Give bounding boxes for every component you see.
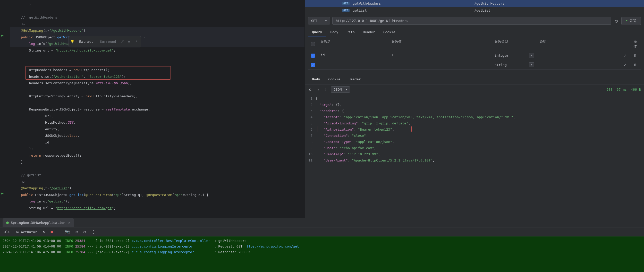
col-name: 参数名 [318,37,389,51]
tab-body[interactable]: Body [326,28,342,37]
col-ops: 操作 [629,37,641,51]
tab-path[interactable]: Path [342,28,359,37]
history-button[interactable]: ◷ [613,16,619,25]
code-editor-pane: ▶⇄ ▶⇄ 💡 Extract Surround ⁄⁄ ≡ ⋮ } // get… [0,0,304,218]
endpoint-row[interactable]: GETgetList/getList [305,7,644,14]
stop-icon[interactable]: ■ [50,229,54,235]
delete-icon[interactable]: 🗑 [633,54,637,57]
param-row: ✓ string▾ ⤢ 🗑 [308,60,641,70]
more-icon[interactable]: ⋮ [90,229,96,235]
chevron-down-icon: ▾ [345,88,348,91]
tab-cookie[interactable]: Cookie [379,28,400,37]
rerun-icon[interactable]: ↻ [42,229,46,235]
param-name-cell[interactable]: id [318,51,389,60]
bulb-icon[interactable]: 💡 [70,38,74,45]
more-icon[interactable]: ⋮ [133,38,139,46]
chevron-down-icon: ▾ [325,19,327,23]
download-icon[interactable]: ⇩ [323,86,328,93]
delete-icon[interactable]: 🗑 [633,63,637,67]
http-method-badge: GET [342,9,350,12]
format-select[interactable]: JSON▾ [331,86,350,93]
tab-header[interactable]: Header [359,28,379,37]
url-input[interactable]: http://127.0.0.1:8081/getWithHeaders [332,17,611,25]
log-line: 2024-12-01T17:41:06.414+08:00 INFO 25384… [3,244,641,249]
code-area[interactable]: 💡 Extract Surround ⁄⁄ ≡ ⋮ } // getWithHe… [10,0,304,218]
response-time: 67 ms [617,88,627,91]
table-header-row: 参数名 参数值 参数类型 说明 操作 [308,37,641,51]
camera-icon[interactable]: 📷 [64,229,71,235]
format-icon[interactable]: ⎌ [308,86,312,93]
endpoint-list: GETgetWithHeaders/getWithHeadersGETgetLi… [305,0,644,14]
param-checkbox[interactable]: ✓ [311,63,315,67]
chevron-down-icon[interactable]: ▾ [529,53,534,58]
list-icon[interactable]: ≡ [126,38,131,46]
request-tabs: QueryBodyPathHeaderCookie [305,28,644,37]
log-line: 2024-12-01T17:41:06.475+08:00 INFO 25384… [3,249,641,255]
response-toolbar: ⎌ ⇥ ⇩ JSON▾ 200 67 ms 466 B [305,84,644,95]
close-icon[interactable]: × [68,221,70,225]
select-all-checkbox[interactable] [311,42,315,46]
run-console-panel: SpringBoot304WebApplication × ole ◎ Actu… [0,218,644,272]
param-row: ✓ id 1 integer▾ ⤢ 🗑 [308,51,641,60]
param-value-cell[interactable] [389,60,492,69]
response-tabs: BodyCookieHeader [305,75,644,84]
col-desc: 说明 [537,37,629,51]
endpoint-row[interactable]: GETgetWithHeaders/getWithHeaders [305,0,644,7]
param-type-cell[interactable]: string▾ [492,60,537,69]
response-section: BodyCookieHeader ⎌ ⇥ ⇩ JSON▾ 200 67 ms 4… [305,75,644,218]
col-type: 参数类型 [492,37,537,51]
api-client-pane: GETgetWithHeaders/getWithHeadersGETgetLi… [304,0,644,218]
run-tab[interactable]: SpringBoot304WebApplication × [3,218,74,227]
param-desc-cell[interactable]: ⤢ [537,60,629,69]
console-label: ole [3,229,12,235]
param-name-cell[interactable] [318,60,389,69]
comment-icon[interactable]: ⁄⁄ [121,38,124,46]
send-icon: ➤ [626,19,628,23]
run-toolbar: ole ◎ Actuator ↻ ■ 📷 ⎋ ◔ ⋮ [0,227,644,236]
response-status: 200 [606,88,612,91]
intention-popup: 💡 Extract Surround ⁄⁄ ≡ ⋮ [69,36,141,47]
col-value: 参数值 [389,37,492,51]
param-value-cell[interactable]: 1 [389,51,492,60]
http-method-select[interactable]: GET▾ [308,17,330,24]
console-output[interactable]: 2024-12-01T17:41:06.413+08:00 INFO 25384… [0,236,644,272]
response-body[interactable]: 1{2 "args": {},3 "headers": {4 "Accept":… [305,95,644,218]
response-size: 466 B [631,88,641,91]
run-tab-bar: SpringBoot304WebApplication × [0,218,644,227]
send-button[interactable]: ➤ 发送 [621,17,641,25]
tab-resp-body[interactable]: Body [308,75,324,84]
wrap-icon[interactable]: ⇥ [316,86,320,93]
params-table: 参数名 参数值 参数类型 说明 操作 ✓ id 1 integer▾ ⤢ 🗑 ✓… [305,37,644,70]
http-method-badge: GET [342,2,350,5]
log-line: 2024-12-01T17:41:06.413+08:00 INFO 25384… [3,238,641,244]
param-desc-cell[interactable]: ⤢ [537,51,629,60]
surround-action[interactable]: Surround [98,37,118,46]
run-gutter-icon[interactable]: ▶⇄ [1,191,9,195]
tab-query[interactable]: Query [308,28,326,37]
tab-resp-cookie[interactable]: Cookie [324,75,344,84]
chevron-down-icon[interactable]: ▾ [529,62,534,67]
param-checkbox[interactable]: ✓ [311,54,315,58]
param-type-cell[interactable]: integer▾ [492,51,537,60]
expand-icon[interactable]: ⤢ [624,54,626,57]
editor-gutter: ▶⇄ ▶⇄ [0,0,10,218]
expand-icon[interactable]: ⤢ [624,63,626,67]
exit-icon[interactable]: ⎋ [74,229,79,235]
actuator-button[interactable]: ◎ Actuator [15,229,38,235]
extract-action[interactable]: Extract [77,37,95,46]
request-bar: GET▾ http://127.0.0.1:8081/getWithHeader… [305,14,644,28]
analyze-icon[interactable]: ◔ [82,229,87,235]
running-indicator-icon [6,222,9,224]
tab-resp-header[interactable]: Header [344,75,365,84]
run-gutter-icon[interactable]: ▶⇄ [1,33,9,37]
